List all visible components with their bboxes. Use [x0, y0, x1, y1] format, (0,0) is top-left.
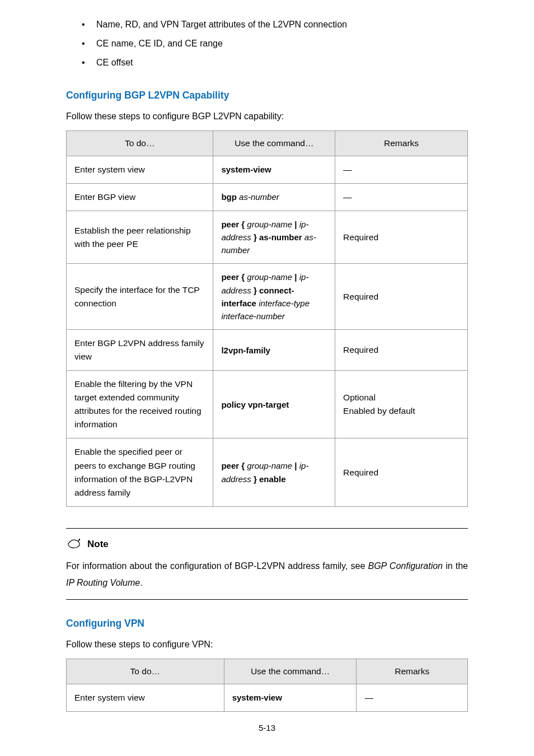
cell-remarks: Optional Enabled by default	[335, 371, 468, 438]
cell-desc: Establish the peer relationship with the…	[67, 211, 213, 264]
note-icon	[66, 536, 83, 552]
col-header-remarks: Remarks	[335, 130, 468, 156]
cell-cmd: system-view	[213, 156, 335, 183]
cell-desc: Enable the filtering by the VPN target e…	[67, 371, 213, 438]
section-intro-vpn: Follow these steps to configure VPN:	[66, 637, 468, 652]
cell-remarks: Required	[335, 438, 468, 506]
col-header-todo: To do…	[67, 659, 224, 684]
section-heading-bgp: Configuring BGP L2VPN Capability	[66, 90, 468, 101]
cell-remarks: —	[335, 183, 468, 211]
table-header-row: To do… Use the command… Remarks	[67, 659, 468, 684]
bullet-text: CE offset	[96, 58, 133, 67]
table-row: Enable the specified peer or peers to ex…	[67, 438, 468, 506]
table-bgp: To do… Use the command… Remarks Enter sy…	[66, 130, 468, 507]
table-vpn: To do… Use the command… Remarks Enter sy…	[66, 659, 468, 712]
remark-line: Optional	[343, 391, 460, 404]
note-divider-bottom	[66, 599, 468, 600]
cell-cmd: bgp as-number	[213, 183, 335, 211]
note-header: Note	[66, 536, 468, 552]
cell-desc: Enter BGP view	[67, 183, 213, 211]
note-text: For information about the configuration …	[66, 561, 368, 571]
bullet-item: Name, RD, and VPN Target attributes of t…	[82, 18, 468, 31]
bullet-item: CE name, CE ID, and CE range	[82, 37, 468, 50]
cell-remarks: Required	[335, 211, 468, 264]
table-header-row: To do… Use the command… Remarks	[67, 130, 468, 156]
bullet-text: CE name, CE ID, and CE range	[96, 39, 223, 48]
cell-desc: Enter system view	[67, 684, 224, 711]
table-row: Establish the peer relationship with the…	[67, 211, 468, 264]
cell-cmd: policy vpn-target	[213, 371, 335, 438]
table-row: Specify the interface for the TCP connec…	[67, 264, 468, 330]
note-body: For information about the configuration …	[66, 558, 468, 592]
remark-line: Enabled by default	[343, 404, 460, 418]
bullet-item: CE offset	[82, 56, 468, 69]
table-row: Enter system view system-view —	[67, 156, 468, 183]
cell-cmd: peer { group-name | ip-address } connect…	[213, 264, 335, 330]
cell-remarks: —	[357, 684, 468, 711]
note-divider-top	[66, 528, 468, 529]
cell-desc: Enable the specified peer or peers to ex…	[67, 438, 213, 506]
cell-cmd: l2vpn-family	[213, 330, 335, 371]
table-row: Enter system view system-view —	[67, 684, 468, 711]
note-text: in the	[443, 561, 468, 571]
note-text-italic: Configuration	[390, 561, 443, 571]
cell-desc: Specify the interface for the TCP connec…	[67, 264, 213, 330]
table-row: Enter BGP view bgp as-number —	[67, 183, 468, 211]
cell-desc: Enter BGP L2VPN address family view	[67, 330, 213, 371]
table-row: Enable the filtering by the VPN target e…	[67, 371, 468, 438]
cell-remarks: Required	[335, 264, 468, 330]
cell-remarks: Required	[335, 330, 468, 371]
bullet-text: Name, RD, and VPN Target attributes of t…	[96, 20, 347, 29]
section-intro-bgp: Follow these steps to configure BGP L2VP…	[66, 109, 468, 124]
col-header-cmd: Use the command…	[213, 130, 335, 156]
note-label: Note	[87, 539, 109, 550]
note-text: .	[140, 578, 142, 587]
col-header-todo: To do…	[67, 130, 213, 156]
bullet-list: Name, RD, and VPN Target attributes of t…	[66, 18, 468, 69]
table-row: Enter BGP L2VPN address family view l2vp…	[67, 330, 468, 371]
page-number: 5-13	[0, 723, 534, 732]
note-text-italic: BGP	[368, 561, 389, 571]
cell-cmd: peer { group-name | ip-address } enable	[213, 438, 335, 506]
col-header-cmd: Use the command…	[224, 659, 357, 684]
cell-cmd: peer { group-name | ip-address } as-numb…	[213, 211, 335, 264]
col-header-remarks: Remarks	[357, 659, 468, 684]
cell-remarks: —	[335, 156, 468, 183]
section-heading-vpn: Configuring VPN	[66, 618, 468, 629]
note-text-italic: IP Routing Volume	[66, 578, 140, 587]
cell-desc: Enter system view	[67, 156, 213, 183]
cell-cmd: system-view	[224, 684, 357, 711]
